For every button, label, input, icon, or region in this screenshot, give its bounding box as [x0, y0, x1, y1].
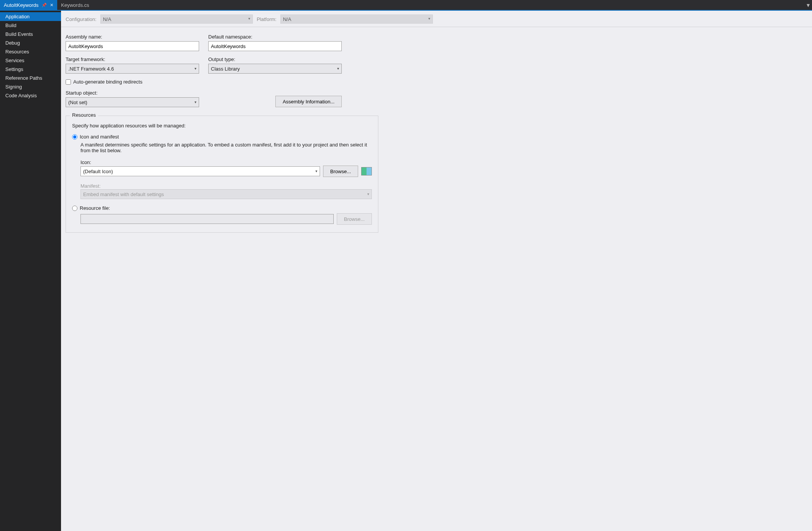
- platform-label: Platform:: [257, 16, 277, 22]
- properties-panel: Configuration: N/A ▾ Platform: N/A ▾ Ass…: [61, 11, 812, 531]
- radio-resource-file-input[interactable]: [72, 206, 77, 211]
- sidebar-item-build-events[interactable]: Build Events: [0, 30, 61, 39]
- manifest-label: Manifest:: [80, 183, 101, 189]
- chevron-down-icon: ▾: [807, 2, 810, 9]
- radio-icon-manifest-label: Icon and manifest: [80, 134, 119, 140]
- radio-resource-file[interactable]: Resource file:: [72, 205, 372, 211]
- sidebar-item-reference-paths[interactable]: Reference Paths: [0, 74, 61, 82]
- chevron-down-icon: ▾: [195, 66, 196, 71]
- manifest-value: Embed manifest with default settings: [83, 191, 164, 197]
- radio-resource-file-label: Resource file:: [80, 205, 110, 211]
- platform-dropdown[interactable]: N/A ▾: [280, 14, 433, 24]
- tab-label: Keywords.cs: [61, 2, 89, 8]
- tab-label: AutoItKeywords: [4, 2, 39, 8]
- sidebar-item-resources[interactable]: Resources: [0, 47, 61, 56]
- resource-file-input: [80, 214, 334, 224]
- close-icon[interactable]: ✕: [50, 3, 53, 8]
- pin-icon[interactable]: 📌: [42, 3, 47, 8]
- resource-file-browse-button: Browse...: [337, 213, 372, 225]
- configuration-label: Configuration:: [66, 16, 96, 22]
- sidebar-item-settings[interactable]: Settings: [0, 65, 61, 74]
- startup-object-select[interactable]: (Not set) ▾: [66, 97, 199, 107]
- icon-browse-button[interactable]: Browse...: [323, 166, 358, 177]
- platform-value: N/A: [283, 16, 291, 22]
- auto-redirect-label: Auto-generate binding redirects: [73, 79, 142, 85]
- chevron-down-icon: ▾: [315, 169, 317, 173]
- sidebar-item-code-analysis[interactable]: Code Analysis: [0, 91, 61, 100]
- configuration-dropdown[interactable]: N/A ▾: [100, 14, 253, 24]
- resources-group: Resources Specify how application resour…: [66, 116, 378, 233]
- chevron-down-icon: ▾: [195, 100, 196, 104]
- icon-select[interactable]: (Default Icon) ▾: [80, 166, 320, 176]
- chevron-down-icon: ▾: [248, 16, 250, 21]
- resources-group-title: Resources: [70, 112, 98, 118]
- radio-icon-manifest-input[interactable]: [72, 134, 77, 140]
- output-type-label: Output type:: [208, 56, 342, 62]
- tab-overflow-button[interactable]: ▾: [804, 0, 812, 10]
- tab-keywords-cs[interactable]: Keywords.cs: [57, 0, 93, 10]
- startup-object-value: (Not set): [68, 100, 87, 105]
- configuration-bar: Configuration: N/A ▾ Platform: N/A ▾: [61, 11, 812, 27]
- auto-redirect-checkbox[interactable]: [66, 79, 71, 85]
- assembly-name-label: Assembly name:: [66, 34, 199, 40]
- auto-redirect-checkbox-row[interactable]: Auto-generate binding redirects: [66, 79, 438, 85]
- resources-intro: Specify how application resources will b…: [72, 123, 372, 129]
- default-namespace-input[interactable]: [208, 41, 342, 51]
- chevron-down-icon: ▾: [337, 66, 339, 71]
- startup-object-label: Startup object:: [66, 90, 199, 96]
- manifest-description: A manifest determines specific settings …: [80, 142, 372, 153]
- chevron-down-icon: ▾: [428, 16, 430, 21]
- document-tabbar: AutoItKeywords 📌 ✕ Keywords.cs ▾: [0, 0, 812, 11]
- configuration-value: N/A: [103, 16, 111, 22]
- icon-label: Icon:: [80, 159, 91, 165]
- output-type-value: Class Library: [211, 66, 240, 72]
- assembly-information-button[interactable]: Assembly Information...: [275, 96, 342, 107]
- icon-value: (Default Icon): [83, 169, 113, 174]
- sidebar-item-debug[interactable]: Debug: [0, 39, 61, 47]
- sidebar-item-signing[interactable]: Signing: [0, 82, 61, 91]
- target-framework-value: .NET Framework 4.6: [68, 66, 114, 72]
- project-properties-sidebar: Application Build Build Events Debug Res…: [0, 11, 61, 531]
- manifest-select: Embed manifest with default settings ▾: [80, 189, 372, 199]
- assembly-name-input[interactable]: [66, 41, 199, 51]
- target-framework-select[interactable]: .NET Framework 4.6 ▾: [66, 64, 199, 74]
- target-framework-label: Target framework:: [66, 56, 199, 62]
- radio-icon-manifest[interactable]: Icon and manifest: [72, 134, 372, 140]
- output-type-select[interactable]: Class Library ▾: [208, 64, 342, 74]
- chevron-down-icon: ▾: [367, 192, 369, 196]
- page-anchor: . .: [4, 0, 7, 4]
- sidebar-item-services[interactable]: Services: [0, 56, 61, 65]
- icon-preview: [361, 167, 372, 175]
- tab-autoitkeywords[interactable]: AutoItKeywords 📌 ✕: [0, 0, 57, 10]
- sidebar-item-build[interactable]: Build: [0, 21, 61, 30]
- sidebar-item-application[interactable]: Application: [0, 12, 61, 21]
- default-namespace-label: Default namespace:: [208, 34, 342, 40]
